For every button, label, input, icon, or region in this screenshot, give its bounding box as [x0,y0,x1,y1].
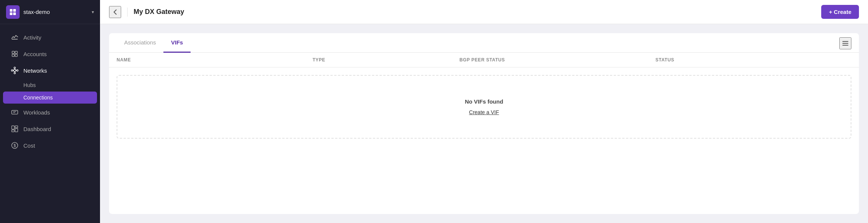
svg-rect-21 [12,126,14,129]
sidebar-item-activity-label: Activity [23,34,42,41]
sidebar-item-connections-label: Connections [23,95,53,101]
sidebar-item-dashboard-label: Dashboard [23,126,51,132]
sidebar-header[interactable]: stax-demo ▾ [0,0,100,24]
svg-rect-5 [12,51,14,53]
cost-icon: $ [11,141,19,150]
networks-icon [11,66,19,75]
svg-rect-3 [13,12,16,15]
svg-point-9 [14,69,16,72]
sidebar-item-workloads[interactable]: Workloads [3,104,97,120]
svg-rect-2 [10,12,12,15]
tabs-bar: Associations VIFs [109,33,859,53]
panel: Associations VIFs NAME [109,33,859,214]
tab-vifs[interactable]: VIFs [163,33,191,53]
col-type: TYPE [312,57,459,63]
main-content: My DX Gateway + Create Associations VIFs [100,0,868,223]
workloads-icon [11,108,19,116]
stax-logo [6,5,20,19]
tabs-actions [839,37,851,52]
svg-point-12 [14,67,15,69]
svg-rect-22 [15,126,18,128]
sidebar-nav: Activity Accounts [0,24,100,223]
col-name: NAME [117,57,312,63]
svg-rect-6 [15,51,17,53]
svg-rect-1 [13,9,16,12]
sidebar-item-hubs[interactable]: Hubs [3,79,97,91]
sidebar-item-cost[interactable]: $ Cost [3,137,97,153]
svg-rect-7 [12,54,14,57]
back-button[interactable] [109,6,121,18]
sidebar-item-connections[interactable]: Connections [3,92,97,104]
svg-point-10 [11,70,13,71]
svg-rect-4 [12,39,18,40]
svg-point-13 [14,72,15,74]
svg-rect-18 [12,110,18,114]
org-name: stax-demo [23,9,88,15]
tab-associations[interactable]: Associations [117,33,163,53]
content-area: Associations VIFs NAME [100,24,868,223]
accounts-icon [11,50,19,58]
list-view-button[interactable] [839,37,851,49]
table-header: NAME TYPE BGP PEER STATUS STATUS [109,53,859,67]
sidebar-item-workloads-label: Workloads [23,109,50,116]
sidebar-item-networks[interactable]: Networks [3,63,97,78]
create-button[interactable]: + Create [821,5,859,19]
sidebar-item-networks-label: Networks [23,67,47,74]
sidebar-item-dashboard[interactable]: Dashboard [3,121,97,137]
sidebar-item-activity[interactable]: Activity [3,29,97,45]
sidebar-item-accounts[interactable]: Accounts [3,46,97,62]
topbar-divider [127,8,128,17]
svg-rect-23 [12,130,14,132]
sidebar-item-cost-label: Cost [23,142,35,149]
topbar: My DX Gateway + Create [100,0,868,24]
page-title: My DX Gateway [134,8,815,16]
chevron-down-icon: ▾ [92,9,94,15]
svg-rect-24 [15,128,18,132]
activity-icon [11,33,19,41]
svg-rect-8 [15,54,17,57]
svg-text:$: $ [14,144,16,148]
svg-point-11 [17,70,18,71]
create-vif-link[interactable]: Create a VIF [469,109,499,115]
empty-state: No VIFs found Create a VIF [117,75,851,139]
svg-rect-0 [10,9,12,12]
sidebar: stax-demo ▾ Activity [0,0,100,223]
sidebar-item-accounts-label: Accounts [23,51,47,57]
col-bgp-peer-status: BGP PEER STATUS [460,57,656,63]
dashboard-icon [11,125,19,133]
sidebar-item-hubs-label: Hubs [23,82,36,88]
empty-state-message: No VIFs found [465,98,503,105]
col-status: STATUS [656,57,851,63]
